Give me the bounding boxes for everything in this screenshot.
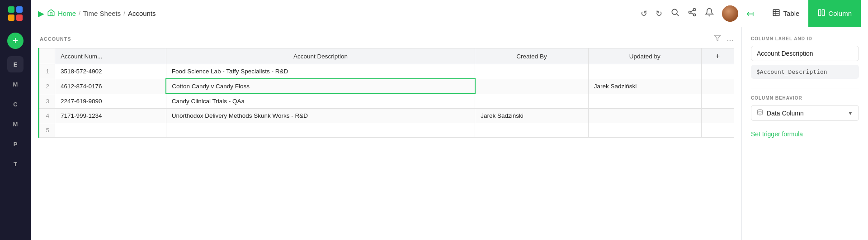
cell-updated-4[interactable] — [588, 109, 701, 123]
sidebar-item-m2[interactable]: M — [7, 116, 24, 132]
breadcrumb-home-link[interactable]: Home — [58, 10, 76, 17]
trigger-formula-link[interactable]: Set trigger formula — [751, 130, 803, 138]
cell-created-3[interactable] — [475, 94, 588, 109]
table-row: 3 2247-619-9090 Candy Clinical Trials - … — [39, 94, 734, 109]
sidebar-item-m1[interactable]: M — [7, 76, 24, 92]
cell-description-2[interactable]: Cotton Candy v Candy Floss — [166, 79, 475, 94]
cell-extra-4 — [702, 109, 734, 123]
row-num-1: 1 — [39, 64, 55, 79]
breadcrumb-sep1: / — [79, 10, 80, 17]
svg-rect-16 — [822, 10, 825, 16]
data-table: Account Num... Account Description Creat… — [38, 48, 734, 138]
table-row: 1 3518-572-4902 Food Science Lab - Taffy… — [39, 64, 734, 79]
cell-account-num-5[interactable] — [55, 123, 166, 138]
cell-extra-2 — [702, 79, 734, 94]
svg-line-10 — [691, 10, 694, 11]
add-column-button[interactable]: + — [702, 48, 734, 64]
filter-icon[interactable] — [714, 34, 721, 43]
cell-description-5[interactable] — [166, 123, 475, 138]
svg-rect-3 — [16, 14, 23, 21]
col-header-created-by: Created By — [475, 48, 588, 64]
cell-created-4[interactable]: Jarek Sadziński — [475, 109, 588, 123]
cell-account-num-3[interactable]: 2247-619-9090 — [55, 94, 166, 109]
breadcrumb: Home / Time Sheets / Accounts — [47, 9, 156, 19]
sidebar-item-e[interactable]: E — [7, 56, 24, 72]
cell-extra-3 — [702, 94, 734, 109]
avatar[interactable] — [722, 5, 738, 22]
behavior-dropdown[interactable]: Data Column ▼ — [751, 105, 859, 121]
main-wrapper: ▶ Home / Time Sheets / Accounts ↺ ↻ — [31, 0, 868, 240]
share-icon[interactable] — [688, 8, 697, 19]
svg-rect-11 — [774, 10, 780, 16]
home-icon — [47, 9, 55, 19]
column-view-label: Column — [828, 10, 852, 17]
table-row: 5 — [39, 123, 734, 138]
svg-rect-0 — [8, 6, 14, 13]
cell-updated-1[interactable] — [588, 64, 701, 79]
row-num-3: 3 — [39, 94, 55, 109]
column-id-box: $Account_Description — [751, 65, 859, 79]
search-icon[interactable] — [670, 8, 679, 19]
cell-account-num-1[interactable]: 3518-572-4902 — [55, 64, 166, 79]
svg-line-9 — [691, 13, 694, 14]
undo-icon[interactable]: ↺ — [641, 9, 647, 19]
svg-point-8 — [693, 14, 696, 16]
table-icon — [772, 9, 780, 19]
cell-description-1[interactable]: Food Science Lab - Taffy Specialists - R… — [166, 64, 475, 79]
topbar-nav: ▶ Home / Time Sheets / Accounts — [38, 9, 635, 19]
behavior-dropdown-left: Data Column — [757, 109, 804, 117]
column-label-wrapper: 🔗 — [751, 46, 859, 65]
add-button[interactable]: + — [7, 33, 24, 49]
nav-expand-icon[interactable]: ▶ — [38, 9, 44, 19]
svg-rect-1 — [16, 6, 23, 13]
column-label-input[interactable] — [751, 46, 859, 61]
content-area: ACCOUNTS … Account Num... Account Descri… — [31, 27, 868, 240]
table-row: 4 7171-999-1234 Unorthodox Delivery Meth… — [39, 109, 734, 123]
breadcrumb-sep2: / — [123, 10, 125, 17]
cell-description-4[interactable]: Unorthodox Delivery Methods Skunk Works … — [166, 109, 475, 123]
column-view-button[interactable]: Column — [808, 0, 861, 27]
cell-updated-2[interactable]: Jarek Sadziński — [588, 79, 701, 94]
panel-divider — [751, 88, 859, 88]
col-header-account-num: Account Num... — [55, 48, 166, 64]
cell-updated-5[interactable] — [588, 123, 701, 138]
section-actions: … — [714, 34, 734, 43]
cell-created-1[interactable] — [475, 64, 588, 79]
table-view-button[interactable]: Table — [763, 0, 808, 27]
svg-point-18 — [758, 110, 763, 111]
cell-created-5[interactable] — [475, 123, 588, 138]
table-area: ACCOUNTS … Account Num... Account Descri… — [31, 27, 741, 240]
svg-marker-17 — [714, 35, 720, 41]
more-options-icon[interactable]: … — [726, 35, 734, 43]
chevron-down-icon: ▼ — [848, 110, 853, 116]
row-num-4: 4 — [39, 109, 55, 123]
cell-extra-1 — [702, 64, 734, 79]
avatar-image — [722, 5, 738, 22]
cell-description-3[interactable]: Candy Clinical Trials - QAa — [166, 94, 475, 109]
sidebar-item-t[interactable]: T — [7, 156, 24, 172]
cell-updated-3[interactable] — [588, 94, 701, 109]
col-header-updated-by: Updated by — [588, 48, 701, 64]
cell-account-num-2[interactable]: 4612-874-0176 — [55, 79, 166, 94]
svg-rect-2 — [8, 14, 14, 21]
right-panel: COLUMN LABEL AND ID 🔗 $Account_Descripti… — [741, 27, 868, 240]
table-row: 2 4612-874-0176 Cotton Candy v Candy Flo… — [39, 79, 734, 94]
sidebar-item-c[interactable]: C — [7, 96, 24, 112]
svg-point-7 — [689, 11, 691, 14]
panel-label-2: COLUMN BEHAVIOR — [751, 96, 859, 101]
logo — [0, 0, 31, 27]
svg-point-6 — [693, 9, 696, 11]
collapse-icon[interactable]: ↤ — [746, 8, 754, 19]
redo-icon[interactable]: ↻ — [656, 9, 662, 19]
sidebar-item-p[interactable]: P — [7, 136, 24, 152]
topbar: ▶ Home / Time Sheets / Accounts ↺ ↻ — [31, 0, 868, 27]
notification-icon[interactable] — [705, 8, 714, 19]
svg-line-5 — [677, 14, 679, 16]
breadcrumb-timesheets-link[interactable]: Time Sheets — [83, 10, 121, 17]
behavior-dropdown-value: Data Column — [767, 110, 804, 117]
table-view-label: Table — [783, 10, 799, 17]
cell-created-2[interactable] — [475, 79, 588, 94]
column-icon — [817, 9, 826, 19]
row-num-5: 5 — [39, 123, 55, 138]
cell-account-num-4[interactable]: 7171-999-1234 — [55, 109, 166, 123]
